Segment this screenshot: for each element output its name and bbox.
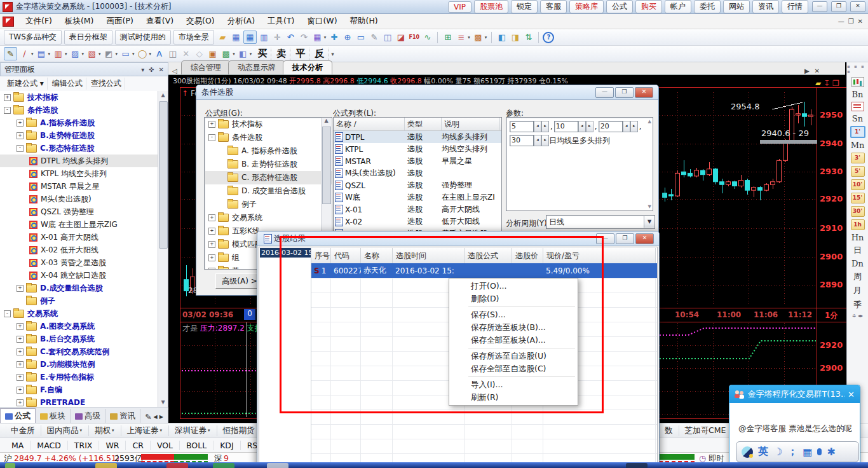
scroll-thumb[interactable] (322, 127, 331, 204)
tree-expander-icon[interactable]: + (17, 120, 24, 127)
spin-left-icon[interactable]: ◂ (578, 121, 586, 132)
tree-item-A.指标条件选股[interactable]: +A.指标条件选股 (0, 116, 158, 129)
panel-tool-新建公式[interactable]: 新建公式 ▾ (4, 78, 48, 90)
dialog-tree-item-技术指标[interactable]: +技术指标 (205, 118, 332, 131)
tree-expander-icon[interactable]: + (208, 214, 215, 221)
panel-tab-公式[interactable]: 公式 (0, 408, 36, 423)
tree-expander-icon[interactable]: + (4, 94, 11, 101)
result-maximize-button[interactable]: ❐ (616, 233, 634, 244)
context-menu-item-删除(D)[interactable]: 删除(D) (449, 292, 578, 305)
market-数[interactable]: 数 (659, 425, 679, 436)
toolbar-button-TWS多品种交[interactable]: TWS多品种交 (4, 30, 62, 45)
tab-close-icon[interactable]: ✕ (815, 67, 820, 74)
monitor-icon[interactable]: ◧ (496, 31, 508, 43)
dropdown-arrow-icon[interactable]: ▾ (116, 52, 118, 57)
tree-item-A.图表交易系统[interactable]: +A.图表交易系统 (0, 320, 158, 333)
scroll-down-icon[interactable]: ▼ (158, 398, 168, 407)
duplicate-icon[interactable]: ◫ (166, 48, 179, 60)
tree-item-B.走势特征选股[interactable]: +B.走势特征选股 (0, 129, 158, 142)
tree-item-C.套利交易系统范例[interactable]: +C.套利交易系统范例 (0, 345, 158, 358)
formula-row-X-01[interactable]: X-01选股高开大阴线 (334, 203, 501, 216)
indicator-WR[interactable]: WR (99, 441, 126, 450)
period-button-周[interactable]: 周 (853, 271, 862, 282)
ime-moon-icon[interactable]: ☽ (773, 446, 782, 458)
chat-close-icon[interactable]: ✕ (848, 390, 855, 399)
tree-expander-icon[interactable]: + (17, 399, 24, 406)
panel-tab-高级[interactable]: 高级 (71, 409, 105, 423)
dropdown-arrow-icon[interactable]: ▾ (132, 52, 135, 57)
tree-item-技术指标[interactable]: +技术指标 (0, 91, 158, 104)
period-button-5'[interactable]: 5' (851, 166, 865, 177)
market-中金所[interactable]: 中金所 (5, 425, 41, 436)
result-close-button[interactable]: ✕ (635, 233, 654, 244)
dropdown-arrow-icon[interactable]: ▾ (98, 52, 101, 57)
tree-expander-icon[interactable]: - (17, 145, 24, 152)
ime-language-toggle[interactable]: 英 (758, 445, 768, 458)
menu-帮助(H)[interactable]: 帮助(H) (344, 15, 384, 28)
tree-item-X-02 低开大阳线[interactable]: X-02 低开大阳线 (0, 244, 158, 256)
param-input-30[interactable]: 30 (510, 135, 534, 146)
period-button-30'[interactable]: 30' (851, 206, 865, 217)
ime-keyboard-icon[interactable]: ▦ (803, 446, 812, 458)
dropdown-arrow-icon[interactable]: ▾ (468, 35, 470, 40)
layout-icon[interactable]: ▦ (311, 31, 323, 43)
toolbar-button-市场全景[interactable]: 市场全景 (173, 30, 214, 45)
titlebar-button-帐户[interactable]: 帐户 (665, 0, 691, 13)
titlebar-button-VIP[interactable]: VIP (448, 1, 471, 13)
tree-item-E.专用特色指标[interactable]: +E.专用特色指标 (0, 371, 158, 383)
open-folder-icon[interactable]: ▰ (217, 31, 229, 43)
market-国内商品[interactable]: 国内商品▾ (41, 425, 90, 436)
param-input-20[interactable]: 20 (599, 121, 623, 132)
titlebar-button-行情[interactable]: 行情 (782, 0, 808, 13)
column-header-名称[interactable]: 名称 ∕ (334, 118, 405, 130)
titlebar-button-策略库[interactable]: 策略库 (569, 0, 604, 13)
dialog-tree-item-A. 指标条件选股[interactable]: A. 指标条件选股 (205, 144, 332, 158)
period-button-Hn[interactable]: Hn (851, 233, 864, 242)
dropdown-arrow-icon[interactable]: ▾ (48, 52, 51, 57)
combo-draw-icon[interactable]: ◧ (237, 48, 249, 60)
panel-tab-edit[interactable]: ✎◀▶ (140, 410, 168, 423)
indicator-MACD[interactable]: MACD (31, 441, 67, 450)
report-window-icon[interactable]: ▥ (258, 31, 270, 43)
tab-技术分析[interactable]: 技术分析 (283, 60, 332, 74)
tree-item-X-04 跳空缺口选股[interactable]: X-04 跳空缺口选股 (0, 269, 158, 282)
palette-icon[interactable]: ▩ (220, 48, 232, 60)
dropdown-arrow-icon[interactable]: ▾ (65, 52, 67, 57)
market-恒指期货[interactable]: 恒指期货 (217, 425, 261, 436)
period-button-Bn[interactable]: Bn (852, 90, 864, 99)
context-menu-item-保存(S)...[interactable]: 保存(S)... (449, 308, 578, 321)
dialog-minimize-button[interactable]: — (595, 87, 614, 98)
text-label-icon[interactable]: ▤ (36, 48, 48, 60)
pin-icon[interactable]: ✜ (149, 66, 154, 73)
panel-tab-资讯[interactable]: 资讯 (105, 409, 140, 423)
rectangle-icon[interactable]: ▭ (119, 48, 132, 60)
period-button-15'[interactable]: 15' (851, 193, 865, 203)
tree-item-PRETRADE[interactable]: +PRETRADE (0, 396, 158, 407)
dialog-tree-item-C. 形态特征选股[interactable]: C. 形态特征选股 (205, 171, 332, 184)
scroll-up-icon[interactable]: ▲ (158, 91, 168, 100)
dropdown-arrow-icon[interactable]: ▾ (324, 35, 327, 40)
tree-item-KTPL 均线空头排列[interactable]: KTPL 均线空头排列 (0, 167, 158, 180)
polygon-icon[interactable]: ◇ (193, 48, 205, 60)
formula-row-X-02[interactable]: X-02选股低开大阳线 (334, 216, 501, 228)
period-button-Sn[interactable]: Sn (852, 114, 863, 123)
menu-板块(M)[interactable]: 板块(M) (58, 15, 100, 28)
menu-查看(V)[interactable]: 查看(V) (140, 15, 180, 28)
spin-right-icon[interactable]: ▸ (586, 121, 593, 132)
indicator-BOLL[interactable]: BOLL (180, 441, 214, 450)
tree-item-B.后台交易系统[interactable]: +B.后台交易系统 (0, 333, 158, 345)
image-icon[interactable]: ▣ (207, 48, 219, 60)
indicator-KDJ[interactable]: KDJ (214, 441, 241, 450)
text-a-icon[interactable]: A (153, 48, 165, 60)
toolbar-overflow-icon[interactable]: ▾ (331, 51, 334, 57)
dropdown-button-icon[interactable]: ▼ (644, 216, 654, 228)
tree-expander-icon[interactable]: - (208, 134, 215, 141)
formula-row-M头(卖出选股)[interactable]: M头(卖出选股)选股 (334, 167, 501, 179)
tree-item-F.自编[interactable]: +F.自编 (0, 383, 158, 396)
tree-item-QSZL 强势整理[interactable]: QSZL 强势整理 (0, 205, 158, 218)
tree-expander-icon[interactable]: + (208, 121, 215, 128)
trade-button-卖[interactable]: 卖 (273, 48, 290, 60)
period-button-10'[interactable]: 10' (851, 179, 865, 190)
titlebar-button-客服[interactable]: 客服 (540, 0, 567, 13)
dynamic-board-icon[interactable]: ▦ (230, 31, 242, 43)
